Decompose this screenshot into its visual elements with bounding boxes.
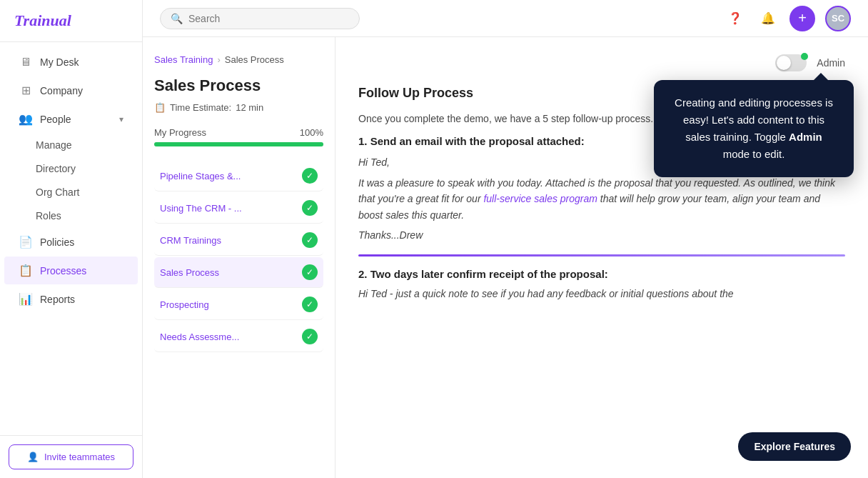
step-label: CRM Trainings bbox=[160, 235, 221, 246]
sidebar-item-label: Directory bbox=[36, 163, 76, 174]
step-item-0[interactable]: Pipeline Stages &... ✓ bbox=[154, 161, 323, 191]
breadcrumb: Sales Training › Sales Process bbox=[154, 54, 323, 65]
breadcrumb-parent[interactable]: Sales Training bbox=[154, 54, 213, 65]
step-label: Needs Assessme... bbox=[160, 332, 239, 342]
time-icon: 📋 bbox=[154, 102, 166, 113]
search-icon: 🔍 bbox=[171, 13, 183, 24]
explore-features-button[interactable]: Explore Features bbox=[738, 432, 851, 461]
monitor-icon: 🖥 bbox=[19, 56, 33, 69]
right-panel: Admin Creating and editing processes is … bbox=[335, 37, 868, 478]
sidebar-item-manage[interactable]: Manage bbox=[4, 134, 138, 156]
step-label: Prospecting bbox=[160, 299, 209, 310]
invite-icon: 👤 bbox=[27, 452, 39, 462]
search-bar[interactable]: 🔍 bbox=[160, 8, 360, 29]
sidebar-item-policies[interactable]: 📄 Policies bbox=[4, 228, 138, 256]
progress-bar-fill bbox=[154, 142, 323, 146]
sidebar-nav: 🖥 My Desk ⊞ Company 👥 People ▾ Manage Di… bbox=[0, 42, 142, 435]
step-item-3[interactable]: Sales Process ✓ bbox=[154, 257, 323, 288]
link-text: full-service sales program bbox=[483, 193, 597, 204]
sidebar-bottom: 👤 Invite teammates bbox=[0, 435, 142, 478]
step-check-icon: ✓ bbox=[302, 297, 318, 312]
step2-heading: 2. Two days later confirm receipt of the… bbox=[358, 268, 845, 280]
header: 🔍 ❓ 🔔 + SC bbox=[143, 0, 868, 37]
people-icon: 👥 bbox=[19, 112, 33, 126]
step2-text: Hi Ted - just a quick note to see if you… bbox=[358, 286, 845, 302]
bell-icon: 🔔 bbox=[761, 11, 775, 25]
step-item-1[interactable]: Using The CRM - ... ✓ bbox=[154, 193, 323, 224]
left-panel: Sales Training › Sales Process Sales Pro… bbox=[143, 37, 335, 478]
avatar[interactable]: SC bbox=[825, 6, 851, 31]
sidebar-item-org-chart[interactable]: Org Chart bbox=[4, 181, 138, 204]
step-label: Sales Process bbox=[160, 267, 219, 278]
processes-icon: 📋 bbox=[19, 264, 33, 277]
help-button[interactable]: ❓ bbox=[724, 7, 747, 30]
admin-label: Admin bbox=[817, 57, 845, 69]
step-check-icon: ✓ bbox=[302, 168, 318, 184]
step-label: Using The CRM - ... bbox=[160, 203, 242, 214]
admin-toggle[interactable] bbox=[775, 54, 807, 71]
tooltip-overlay: Creating and editing processes is easy! … bbox=[654, 80, 854, 177]
help-icon: ❓ bbox=[728, 11, 742, 25]
sidebar-item-label: Company bbox=[40, 85, 83, 96]
toggle-knob bbox=[777, 56, 791, 70]
steps-list: Pipeline Stages &... ✓ Using The CRM - .… bbox=[154, 161, 323, 352]
time-estimate: 📋 Time Estimate: 12 min bbox=[154, 102, 323, 113]
step-check-icon: ✓ bbox=[302, 329, 318, 344]
sidebar-item-label: People bbox=[40, 114, 71, 125]
document-icon: 📄 bbox=[19, 235, 33, 249]
chart-icon: 📊 bbox=[19, 292, 33, 306]
sidebar-item-reports[interactable]: 📊 Reports bbox=[4, 285, 138, 313]
sign-off-text: Thanks...Drew bbox=[358, 227, 845, 243]
tooltip-text-part2: mode to edit. bbox=[723, 148, 785, 160]
sidebar-item-label: Org Chart bbox=[36, 186, 79, 198]
admin-active-dot bbox=[801, 53, 808, 60]
step-check-icon: ✓ bbox=[302, 200, 318, 216]
sidebar-item-label: Manage bbox=[36, 139, 72, 151]
time-estimate-label: Time Estimate: bbox=[170, 102, 231, 113]
step-label: Pipeline Stages &... bbox=[160, 171, 241, 181]
sidebar-item-directory[interactable]: Directory bbox=[4, 157, 138, 180]
invite-button-label: Invite teammates bbox=[44, 452, 115, 462]
sidebar-item-my-desk[interactable]: 🖥 My Desk bbox=[4, 49, 138, 76]
sidebar-item-processes[interactable]: 📋 Processes bbox=[4, 257, 138, 284]
chevron-down-icon: ▾ bbox=[119, 114, 123, 124]
sidebar-item-roles[interactable]: Roles bbox=[4, 204, 138, 227]
step-check-icon: ✓ bbox=[302, 264, 318, 280]
search-input[interactable] bbox=[188, 13, 349, 24]
header-actions: ❓ 🔔 + SC bbox=[724, 6, 851, 31]
logo: Trainual bbox=[0, 0, 142, 42]
progress-bar-background bbox=[154, 142, 323, 146]
progress-label: My Progress bbox=[154, 127, 206, 138]
page-title: Sales Process bbox=[154, 76, 323, 95]
admin-toggle-row: Admin bbox=[358, 54, 845, 71]
sidebar-item-company[interactable]: ⊞ Company bbox=[4, 76, 138, 104]
breadcrumb-separator: › bbox=[217, 54, 220, 65]
plus-icon: + bbox=[798, 10, 807, 26]
progress-percent: 100% bbox=[300, 127, 323, 138]
step-item-2[interactable]: CRM Trainings ✓ bbox=[154, 225, 323, 256]
sidebar-item-label: My Desk bbox=[40, 56, 79, 68]
add-button[interactable]: + bbox=[789, 6, 815, 31]
progress-section: My Progress 100% bbox=[154, 127, 323, 146]
sidebar-item-label: Reports bbox=[40, 294, 75, 305]
step-item-4[interactable]: Prospecting ✓ bbox=[154, 289, 323, 320]
body-text: It was a pleasure to speak with you toda… bbox=[358, 175, 845, 223]
progress-header: My Progress 100% bbox=[154, 127, 323, 138]
app-name: Trainual bbox=[14, 11, 71, 29]
sidebar-item-people[interactable]: 👥 People ▾ bbox=[4, 105, 138, 133]
section-divider bbox=[358, 254, 845, 257]
grid-icon: ⊞ bbox=[19, 84, 33, 97]
step-item-5[interactable]: Needs Assessme... ✓ bbox=[154, 322, 323, 352]
breadcrumb-current: Sales Process bbox=[225, 54, 284, 65]
content-area: Sales Training › Sales Process Sales Pro… bbox=[143, 37, 868, 478]
step-check-icon: ✓ bbox=[302, 232, 318, 248]
main-area: 🔍 ❓ 🔔 + SC Sales Training › Sales Pro bbox=[143, 0, 868, 478]
avatar-initials: SC bbox=[832, 13, 844, 24]
sidebar-item-label: Processes bbox=[40, 265, 86, 277]
sidebar: Trainual 🖥 My Desk ⊞ Company 👥 People ▾ … bbox=[0, 0, 143, 478]
tooltip-bold-word: Admin bbox=[789, 131, 822, 143]
invite-teammates-button[interactable]: 👤 Invite teammates bbox=[9, 444, 133, 469]
notifications-button[interactable]: 🔔 bbox=[757, 7, 779, 30]
sidebar-item-label: Roles bbox=[36, 210, 61, 221]
time-estimate-value: 12 min bbox=[236, 102, 263, 113]
